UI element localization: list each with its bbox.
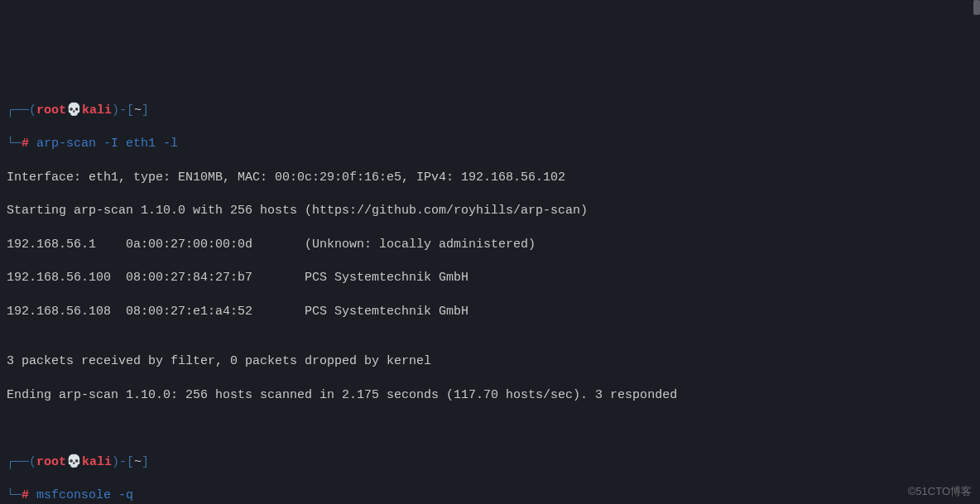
arp-output-3: 192.168.56.1 0a:00:27:00:00:0d (Unknown:… [7,237,973,253]
prompt-line-4: └─# msfconsole -q [7,487,973,504]
arp-output-5: 192.168.56.108 08:00:27:e1:a4:52 PCS Sys… [7,304,973,320]
prompt-user: root [36,103,66,118]
prompt-hash2: # [22,488,29,502]
prompt-path: ~ [134,103,142,118]
skull-icon2: 💀 [66,455,82,469]
prompt-bracket2: ] [142,455,149,469]
prompt-user2: root [36,455,66,469]
arp-output-7: 3 packets received by filter, 0 packets … [7,353,973,370]
prompt-host: kali [82,103,112,118]
prompt-corner4: └─ [7,488,22,502]
prompt-close: )-[ [112,103,134,118]
watermark: ©51CTO博客 [908,484,972,499]
scrollbar[interactable] [973,0,980,15]
prompt-line-2: └─# arp-scan -I eth1 -l [7,136,973,152]
prompt-host2: kali [82,455,112,469]
command-msfconsole[interactable]: msfconsole -q [29,488,133,502]
prompt-line-3: ┌──(root💀kali)-[~] [7,454,973,471]
prompt-close3: )-[ [112,455,134,469]
arp-output-1: Interface: eth1, type: EN10MB, MAC: 00:0… [7,170,973,186]
prompt-path2: ~ [134,455,142,469]
arp-output-4: 192.168.56.100 08:00:27:84:27:b7 PCS Sys… [7,270,973,286]
arp-output-2: Starting arp-scan 1.10.0 with 256 hosts … [7,203,973,219]
prompt-corner3: ┌──( [7,455,36,469]
command-arpscan[interactable]: arp-scan -I eth1 -l [29,137,178,151]
blank-1 [7,420,973,437]
prompt-corner2: └─ [7,137,22,151]
prompt-corner: ┌──( [7,103,36,118]
arp-output-8: Ending arp-scan 1.10.0: 256 hosts scanne… [7,387,973,404]
skull-icon: 💀 [66,103,82,118]
prompt-hash: # [22,137,29,151]
prompt-line-1: ┌──(root💀kali)-[~] [7,103,973,119]
prompt-bracket: ] [142,103,149,118]
